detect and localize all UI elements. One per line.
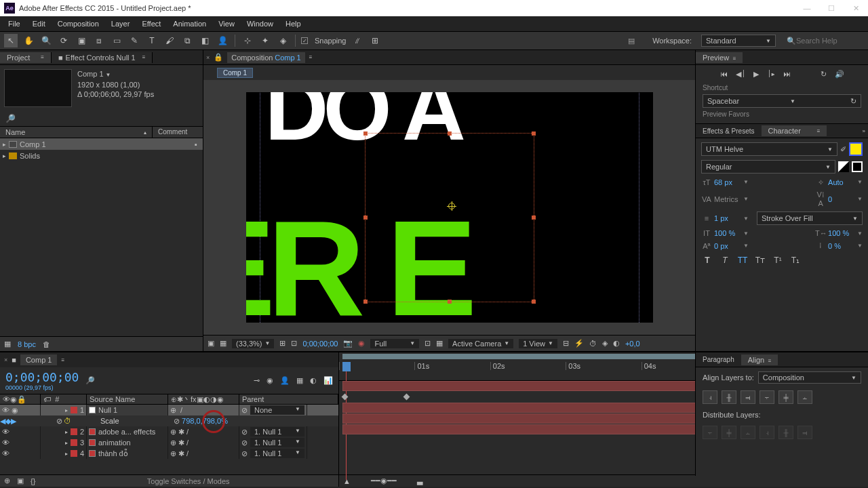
zoom-in-icon[interactable]: ▃ — [417, 476, 422, 485]
fast-preview-icon[interactable]: ⚡ — [574, 339, 584, 348]
dist-hcenter-button[interactable]: ╫ — [778, 426, 793, 439]
hand-tool[interactable]: ✋ — [22, 34, 35, 47]
channel-icon[interactable]: ▦ — [220, 339, 226, 348]
tracking-value[interactable]: 0 — [828, 195, 855, 203]
resolution-dropdown[interactable]: Full▼ — [370, 339, 419, 348]
dist-right-button[interactable]: ⫤ — [797, 426, 812, 439]
baseline-value[interactable]: 0 px — [714, 242, 741, 250]
fill-color-swatch[interactable] — [849, 142, 863, 156]
comp-mini-flowchart-icon[interactable]: ⊸ — [254, 376, 260, 385]
subscript-button[interactable]: T₁ — [789, 256, 802, 265]
axis-world[interactable]: ✦ — [258, 34, 272, 47]
menu-view[interactable]: View — [213, 18, 240, 29]
maximize-button[interactable]: ☐ — [823, 4, 840, 13]
tab-align[interactable]: Align ≡ — [741, 354, 778, 365]
align-right-button[interactable]: ⫤ — [741, 390, 755, 404]
layer-row[interactable]: 👁◉ ▸1 Null 1 ⊕/ ⊘None▼ — [0, 405, 338, 415]
align-left-button[interactable]: ⫞ — [703, 390, 717, 404]
timeline-icon[interactable]: ⏱ — [589, 340, 597, 348]
stroke-mode-dropdown[interactable]: Stroke Over Fill▼ — [757, 211, 863, 225]
current-time-indicator[interactable] — [342, 362, 351, 371]
layer-row[interactable]: 👁 ▸3 animation ⊕✱/ ⊘1. Null 1▼ — [0, 437, 338, 448]
zoom-out-icon[interactable]: ▲ — [343, 477, 351, 485]
eraser-tool[interactable]: ◧ — [198, 34, 212, 47]
no-fill-swatch[interactable] — [838, 161, 849, 172]
tab-preview[interactable]: Preview ≡ — [696, 52, 743, 63]
render-icon[interactable]: ▣ — [17, 476, 24, 485]
toggle-switches-button[interactable]: Toggle Switches / Modes — [42, 477, 334, 485]
pen-tool[interactable]: ✎ — [127, 34, 141, 47]
eyedropper-icon[interactable]: ✐ — [840, 145, 846, 154]
timeline-search-icon[interactable]: 🔎 — [85, 376, 95, 385]
camera-dropdown[interactable]: Active Camera▼ — [448, 339, 513, 348]
snap-edge-icon[interactable]: ⫽ — [351, 34, 364, 47]
last-frame-button[interactable]: ⏭ — [783, 70, 791, 78]
show-channel-icon[interactable]: ◉ — [358, 339, 365, 348]
snapshot2-icon[interactable]: 📷 — [343, 339, 353, 348]
menu-layer[interactable]: Layer — [106, 18, 136, 29]
graph-editor-icon[interactable]: 📊 — [323, 376, 333, 385]
selection-tool[interactable]: ↖ — [4, 34, 18, 47]
menu-help[interactable]: Help — [280, 18, 307, 29]
menu-edit[interactable]: Edit — [27, 18, 51, 29]
panbehind-tool[interactable]: ⧈ — [92, 34, 106, 47]
next-frame-button[interactable]: ⏐▶ — [767, 70, 775, 78]
align-top-button[interactable]: ⫟ — [760, 390, 774, 404]
zoom-tool[interactable]: 🔍 — [39, 34, 53, 47]
dist-bottom-button[interactable]: ⫠ — [741, 426, 755, 439]
layer-row[interactable]: 👁 ▸4 thành đỗ ⊕✱/ ⊘1. Null 1▼ — [0, 448, 338, 459]
snapshot-icon[interactable]: ▣ — [208, 339, 214, 348]
col-comment[interactable]: Comment — [153, 127, 193, 138]
menu-animation[interactable]: Animation — [167, 18, 212, 29]
current-timecode[interactable]: 0;00;00;00 — [5, 370, 79, 384]
prev-frame-button[interactable]: ◀⏐ — [736, 70, 745, 79]
dist-vcenter-button[interactable]: ╪ — [722, 426, 736, 439]
kerning-value[interactable]: Metrics — [714, 195, 741, 203]
allcaps-button[interactable]: TT — [736, 256, 749, 265]
pixel-aspect-icon[interactable]: ⊟ — [563, 339, 569, 348]
col-source[interactable]: Source Name — [87, 394, 168, 404]
shortcut-dropdown[interactable]: Spacebar▼↻ — [703, 94, 861, 108]
composition-viewport[interactable]: DO A TER E — [203, 80, 695, 335]
clone-tool[interactable]: ⧉ — [180, 34, 194, 47]
brush-tool[interactable]: 🖌 — [163, 34, 176, 47]
anchor-point[interactable] — [448, 203, 455, 209]
rect-tool[interactable]: ▭ — [110, 34, 123, 47]
loop-button[interactable]: ↻ — [821, 70, 827, 79]
dist-top-button[interactable]: ⫟ — [703, 426, 717, 439]
roto-tool[interactable]: 👤 — [216, 34, 229, 47]
motionblur-icon[interactable]: ◐ — [310, 376, 317, 385]
bold-button[interactable]: T — [701, 256, 713, 265]
trash-icon[interactable]: 🗑 — [43, 340, 50, 348]
transparency-icon[interactable]: ▦ — [436, 339, 443, 348]
workspace-dropdown[interactable]: Standard▼ — [701, 35, 776, 47]
tsume-value[interactable]: 0 % — [828, 242, 855, 250]
comp-close-icon[interactable]: × — [206, 54, 210, 61]
mute-button[interactable]: 🔊 — [835, 70, 844, 79]
axis-view[interactable]: ◈ — [276, 34, 290, 47]
search-input[interactable] — [796, 37, 864, 45]
vscale-value[interactable]: 100 % — [714, 229, 741, 237]
roi-icon[interactable]: ⊡ — [425, 339, 431, 348]
italic-button[interactable]: T — [719, 256, 731, 265]
lock-icon[interactable]: 🔒 — [214, 53, 223, 62]
minimize-button[interactable]: — — [799, 4, 815, 13]
menu-composition[interactable]: Composition — [52, 18, 104, 29]
align-hcenter-button[interactable]: ╫ — [722, 390, 736, 404]
render-queue-icon[interactable]: ▤ — [628, 37, 635, 45]
keyframe[interactable] — [342, 394, 349, 401]
close-button[interactable]: ✕ — [848, 4, 864, 13]
play-button[interactable]: ▶ — [753, 70, 759, 79]
font-style-dropdown[interactable]: Regular▼ — [701, 160, 835, 174]
expand-icon[interactable]: ⊕ — [4, 476, 10, 485]
font-size-value[interactable]: 68 px — [714, 178, 741, 186]
tab-composition[interactable]: Composition Comp 1 — [227, 52, 304, 63]
align-bottom-button[interactable]: ⫠ — [797, 390, 812, 404]
leading-value[interactable]: Auto — [828, 178, 855, 186]
camera-tool[interactable]: ▣ — [75, 34, 88, 47]
safe-zones-icon[interactable]: ⊡ — [291, 339, 297, 348]
bpc-button[interactable]: 8 bpc — [18, 340, 36, 348]
shy-icon[interactable]: 👤 — [280, 376, 290, 385]
dist-left-button[interactable]: ⫞ — [760, 426, 774, 439]
col-name[interactable]: Name▴ — [0, 127, 153, 138]
